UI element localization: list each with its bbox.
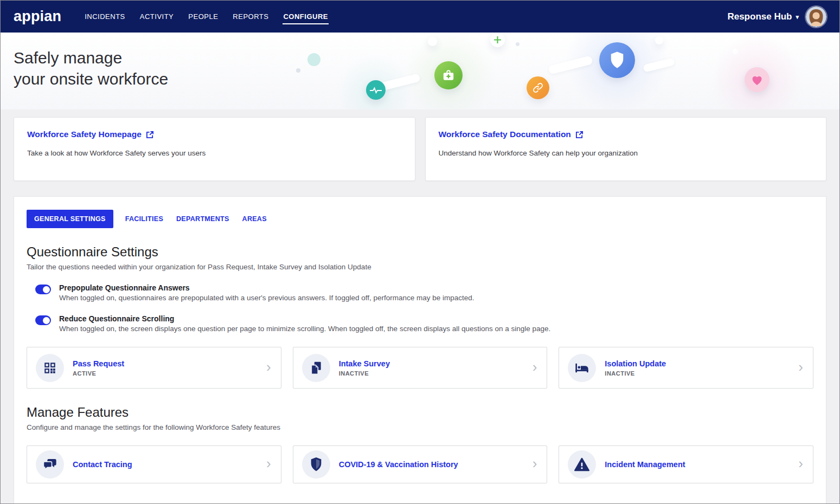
first-aid-kit-icon bbox=[434, 61, 463, 89]
tab-departments[interactable]: DEPARTMENTS bbox=[175, 210, 230, 228]
isolation-update-status: INACTIVE bbox=[605, 370, 666, 377]
warning-triangle-icon bbox=[574, 457, 589, 471]
pass-request-title: Pass Request bbox=[73, 359, 124, 368]
nav-item-configure[interactable]: CONFIGURE bbox=[283, 9, 329, 24]
heartbeat-icon bbox=[366, 80, 386, 100]
decor-streak bbox=[643, 57, 675, 73]
icon-circle bbox=[568, 354, 596, 382]
reduce-scrolling-toggle-row: Reduce Questionnaire Scrolling When togg… bbox=[35, 314, 813, 333]
chevron-down-icon: ▾ bbox=[796, 14, 799, 21]
icon-circle bbox=[36, 450, 64, 479]
tab-general-settings[interactable]: GENERAL SETTINGS bbox=[27, 210, 113, 228]
chevron-right-icon: › bbox=[798, 456, 803, 473]
icon-circle bbox=[568, 450, 596, 479]
questionnaire-settings-title: Questionnaire Settings bbox=[27, 244, 813, 260]
intake-survey-title: Intake Survey bbox=[339, 359, 390, 368]
incident-management-card[interactable]: Incident Management › bbox=[559, 445, 813, 483]
decor-dot bbox=[296, 68, 300, 73]
tab-areas[interactable]: AREAS bbox=[241, 210, 268, 228]
documentation-card-description: Understand how Workforce Safety can help… bbox=[439, 149, 813, 157]
decor-dot bbox=[307, 53, 320, 66]
copy-document-icon bbox=[309, 361, 323, 375]
tab-facilities[interactable]: FACILITIES bbox=[124, 210, 164, 228]
decor-dot bbox=[428, 37, 437, 46]
workforce-safety-homepage-link[interactable]: Workforce Safety Homepage bbox=[27, 130, 154, 139]
shield-icon bbox=[309, 457, 323, 472]
shield-icon bbox=[599, 42, 635, 78]
documentation-card: Workforce Safety Documentation Understan… bbox=[425, 117, 827, 181]
questionnaire-settings-subtitle: Tailor the questions needed within your … bbox=[27, 263, 813, 271]
icon-circle bbox=[302, 450, 330, 479]
reduce-scrolling-toggle[interactable] bbox=[35, 315, 51, 325]
external-link-icon bbox=[146, 131, 154, 139]
plus-icon bbox=[490, 33, 505, 47]
avatar-image bbox=[806, 7, 826, 27]
icon-circle bbox=[36, 354, 64, 382]
chevron-right-icon: › bbox=[533, 360, 537, 376]
reduce-scrolling-toggle-label: Reduce Questionnaire Scrolling bbox=[59, 314, 550, 323]
covid-vaccination-history-card[interactable]: COVID-19 & Vaccination History › bbox=[293, 445, 548, 483]
workspace-label: Response Hub bbox=[727, 11, 792, 22]
settings-tabs: GENERAL SETTINGS FACILITIES DEPARTMENTS … bbox=[27, 210, 813, 228]
isolation-update-title: Isolation Update bbox=[605, 359, 666, 368]
manage-features-title: Manage Features bbox=[27, 405, 813, 420]
prepopulate-answers-toggle[interactable] bbox=[35, 285, 51, 294]
homepage-card-description: Take a look at how Workforce Safety serv… bbox=[27, 149, 402, 157]
nav-item-incidents[interactable]: INCIDENTS bbox=[84, 9, 126, 24]
nav-item-people[interactable]: PEOPLE bbox=[188, 9, 219, 24]
intake-survey-status: INACTIVE bbox=[339, 370, 390, 377]
homepage-link-label: Workforce Safety Homepage bbox=[27, 130, 142, 139]
questionnaire-cards: Pass Request ACTIVE › Intake Sur bbox=[27, 347, 813, 389]
avatar[interactable] bbox=[806, 7, 826, 27]
card-text: Incident Management bbox=[605, 460, 685, 469]
pass-request-card[interactable]: Pass Request ACTIVE › bbox=[27, 347, 281, 389]
card-text: Isolation Update INACTIVE bbox=[605, 359, 666, 377]
configure-panel: GENERAL SETTINGS FACILITIES DEPARTMENTS … bbox=[14, 196, 826, 504]
workforce-safety-page: appian INCIDENTS ACTIVITY PEOPLE REPORTS… bbox=[0, 0, 840, 504]
reduce-scrolling-toggle-text: Reduce Questionnaire Scrolling When togg… bbox=[59, 314, 550, 333]
nav-item-reports[interactable]: REPORTS bbox=[232, 9, 269, 24]
decor-dot bbox=[516, 42, 520, 46]
intake-survey-card[interactable]: Intake Survey INACTIVE › bbox=[293, 347, 548, 389]
nav-item-activity[interactable]: ACTIVITY bbox=[139, 9, 175, 24]
prepopulate-toggle-row: Prepopulate Questionnaire Answers When t… bbox=[35, 283, 813, 302]
homepage-card: Workforce Safety Homepage Take a look at… bbox=[14, 117, 415, 181]
navbar-right: Response Hub ▾ bbox=[727, 7, 826, 27]
decor-dot bbox=[655, 36, 663, 44]
page-title: Safely manage your onsite workforce bbox=[14, 47, 168, 89]
prepopulate-toggle-label: Prepopulate Questionnaire Answers bbox=[59, 283, 474, 292]
reduce-scrolling-toggle-description: When toggled on, the screen displays one… bbox=[59, 325, 550, 333]
chevron-right-icon: › bbox=[266, 360, 271, 376]
page-title-line1: Safely manage bbox=[14, 49, 122, 67]
documentation-link-label: Workforce Safety Documentation bbox=[439, 130, 571, 139]
qr-code-icon bbox=[43, 361, 57, 375]
card-text: COVID-19 & Vaccination History bbox=[339, 460, 458, 469]
external-link-icon bbox=[575, 131, 583, 139]
hero-banner: Safely manage your onsite workforce bbox=[1, 33, 839, 109]
decor-streak bbox=[380, 73, 420, 91]
workforce-safety-documentation-link[interactable]: Workforce Safety Documentation bbox=[439, 130, 583, 139]
card-text: Intake Survey INACTIVE bbox=[339, 359, 390, 377]
contact-tracing-card[interactable]: Contact Tracing › bbox=[27, 445, 281, 483]
contact-tracing-title: Contact Tracing bbox=[73, 460, 132, 469]
decor-streak bbox=[548, 55, 593, 74]
appian-logo: appian bbox=[14, 8, 61, 25]
info-cards: Workforce Safety Homepage Take a look at… bbox=[14, 117, 826, 181]
chevron-right-icon: › bbox=[798, 360, 803, 376]
chevron-right-icon: › bbox=[266, 456, 271, 473]
covid-vaccination-history-title: COVID-19 & Vaccination History bbox=[339, 460, 458, 469]
isolation-update-card[interactable]: Isolation Update INACTIVE › bbox=[559, 347, 813, 389]
bed-icon bbox=[574, 360, 589, 376]
prepopulate-toggle-description: When toggled on, questionnaires are prep… bbox=[59, 294, 474, 302]
chat-bubbles-icon bbox=[42, 457, 57, 472]
workspace-selector[interactable]: Response Hub ▾ bbox=[727, 11, 799, 22]
chevron-right-icon: › bbox=[533, 456, 537, 473]
link-icon bbox=[527, 76, 549, 99]
pass-request-status: ACTIVE bbox=[73, 370, 124, 377]
card-text: Pass Request ACTIVE bbox=[73, 359, 124, 377]
icon-circle bbox=[302, 354, 330, 382]
main-nav: INCIDENTS ACTIVITY PEOPLE REPORTS CONFIG… bbox=[84, 9, 329, 24]
prepopulate-toggle-text: Prepopulate Questionnaire Answers When t… bbox=[59, 283, 474, 302]
manage-features-subtitle: Configure and manage the settings for th… bbox=[27, 423, 813, 431]
main-content: Workforce Safety Homepage Take a look at… bbox=[1, 109, 839, 504]
